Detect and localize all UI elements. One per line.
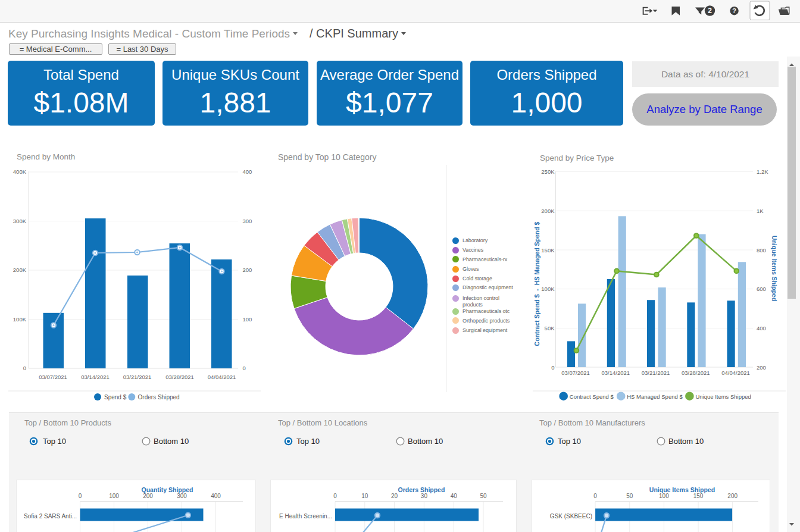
- svg-text:Unique Items Shipped: Unique Items Shipped: [771, 236, 778, 301]
- svg-text:400K: 400K: [13, 168, 27, 175]
- svg-text:Bottom 10: Bottom 10: [668, 437, 704, 446]
- svg-text:Unique Items Shipped: Unique Items Shipped: [695, 393, 751, 400]
- svg-text:Spend $: Spend $: [104, 394, 127, 400]
- svg-text:03/28/2021: 03/28/2021: [165, 374, 194, 380]
- svg-text:300: 300: [177, 493, 187, 499]
- svg-text:Quantity Shipped: Quantity Shipped: [142, 486, 193, 493]
- svg-text:Top 10: Top 10: [558, 437, 581, 446]
- svg-text:1.2K: 1.2K: [757, 168, 768, 175]
- svg-text:100K: 100K: [541, 286, 555, 292]
- svg-text:1K: 1K: [757, 208, 764, 214]
- svg-text:50: 50: [480, 493, 487, 499]
- svg-text:10: 10: [361, 493, 368, 499]
- svg-text:250K: 250K: [541, 168, 555, 175]
- svg-text:100: 100: [659, 493, 669, 499]
- svg-text:600: 600: [757, 286, 766, 292]
- svg-text:E Health Screenin...: E Health Screenin...: [279, 513, 332, 520]
- svg-text:300: 300: [243, 218, 252, 224]
- svg-text:200K: 200K: [541, 208, 555, 214]
- svg-text:Top 10: Top 10: [296, 437, 320, 446]
- svg-text:GSK (SKBEEC): GSK (SKBEEC): [550, 513, 592, 520]
- svg-text:0: 0: [593, 493, 597, 499]
- svg-text:Spend by Top 10 Category: Spend by Top 10 Category: [278, 152, 377, 162]
- svg-text:200: 200: [727, 493, 738, 499]
- svg-text:50K: 50K: [545, 325, 555, 331]
- svg-text:04/04/2021: 04/04/2021: [721, 370, 750, 376]
- svg-text:0: 0: [551, 364, 554, 371]
- svg-text:2: 2: [708, 7, 712, 15]
- svg-text:200: 200: [243, 267, 252, 273]
- svg-text:150K: 150K: [541, 247, 555, 254]
- svg-text:200: 200: [757, 364, 766, 371]
- svg-text:400: 400: [243, 168, 252, 175]
- svg-text:HS Managed Spend $: HS Managed Spend $: [627, 393, 683, 400]
- svg-text:400: 400: [211, 493, 221, 499]
- svg-text:100K: 100K: [13, 316, 27, 323]
- svg-text:03/14/2021: 03/14/2021: [602, 370, 630, 376]
- svg-text:50: 50: [626, 493, 633, 499]
- svg-text:Orders Shipped: Orders Shipped: [398, 486, 445, 493]
- svg-text:03/21/2021: 03/21/2021: [642, 370, 670, 376]
- svg-text:100: 100: [109, 493, 119, 499]
- svg-text:03/21/2021: 03/21/2021: [123, 374, 152, 380]
- svg-text:Orders Shipped: Orders Shipped: [138, 394, 180, 400]
- svg-text:Bottom 10: Bottom 10: [154, 437, 189, 446]
- svg-text:Top 10: Top 10: [43, 437, 66, 446]
- svg-text:Contract Spend $ - HS Manage: Contract Spend $ - HS Managed Spend $: [533, 221, 540, 346]
- svg-text:0: 0: [79, 493, 82, 499]
- svg-text:Spend by Month: Spend by Month: [17, 152, 75, 161]
- svg-text:?: ?: [732, 7, 736, 14]
- svg-text:150: 150: [693, 493, 704, 499]
- svg-text:100: 100: [243, 316, 252, 323]
- svg-text:04/04/2021: 04/04/2021: [208, 374, 236, 380]
- svg-text:0: 0: [333, 493, 337, 499]
- svg-text:03/28/2021: 03/28/2021: [682, 370, 710, 376]
- svg-text:0: 0: [23, 365, 26, 371]
- svg-text:30: 30: [421, 493, 428, 499]
- svg-text:200: 200: [143, 493, 153, 499]
- svg-text:03/14/2021: 03/14/2021: [81, 374, 110, 380]
- svg-text:0: 0: [243, 365, 246, 371]
- svg-text:Contract Spend $: Contract Spend $: [570, 393, 614, 400]
- svg-text:Unique Items Shipped: Unique Items Shipped: [649, 486, 715, 493]
- svg-text:300K: 300K: [13, 218, 27, 224]
- svg-text:03/07/2021: 03/07/2021: [39, 374, 67, 380]
- svg-text:800: 800: [757, 247, 766, 254]
- svg-text:03/07/2021: 03/07/2021: [561, 370, 590, 376]
- svg-text:40: 40: [451, 493, 458, 499]
- svg-text:200K: 200K: [13, 267, 27, 273]
- svg-text:Sofia 2 SARS Anti...: Sofia 2 SARS Anti...: [24, 513, 77, 520]
- svg-text:Spend by Price Type: Spend by Price Type: [540, 154, 614, 162]
- svg-text:Bottom 10: Bottom 10: [408, 437, 443, 446]
- svg-text:400: 400: [757, 325, 766, 331]
- svg-text:20: 20: [391, 493, 398, 499]
